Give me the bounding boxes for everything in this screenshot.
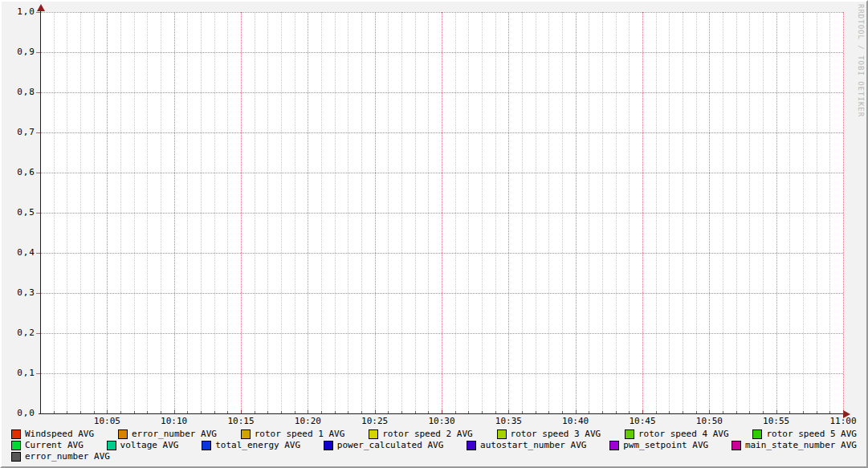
x-axis-tick xyxy=(201,411,202,413)
y-axis-tick-label: 0,0 xyxy=(6,409,35,418)
y-axis-tick xyxy=(36,132,40,133)
legend-item: error_number AVG xyxy=(11,452,110,462)
x-axis-tick xyxy=(375,410,376,413)
rrd-graph: 1,00,90,80,70,60,50,40,30,20,10,010:0510… xyxy=(0,0,868,468)
x-axis-tick xyxy=(589,411,589,413)
legend-label: rotor speed 2 AVG xyxy=(382,429,473,439)
x-axis-tick xyxy=(335,411,336,413)
legend-color-swatch-icon xyxy=(107,441,116,450)
x-axis-tick xyxy=(241,410,242,413)
legend-item: rotor speed 1 AVG xyxy=(241,429,345,439)
legend-item: rotor speed 4 AVG xyxy=(625,429,729,439)
legend-color-swatch-icon xyxy=(731,441,741,450)
x-axis-tick xyxy=(669,411,670,413)
x-axis-tick-label: 10:50 xyxy=(690,417,728,426)
x-axis-tick xyxy=(763,411,764,413)
x-axis-tick-label: 10:25 xyxy=(356,417,394,426)
x-axis-tick xyxy=(120,411,121,413)
x-axis-tick xyxy=(442,410,442,413)
y-axis-tick-label: 1,0 xyxy=(6,7,35,17)
y-axis-tick xyxy=(36,213,40,214)
major-horizontal-gridline xyxy=(40,92,843,93)
y-axis-tick xyxy=(36,173,40,173)
legend-label: rotor speed 3 AVG xyxy=(511,429,601,439)
legend-color-swatch-icon xyxy=(609,441,619,450)
x-axis-tick-label: 10:40 xyxy=(556,417,595,426)
legend-label: main_state_number AVG xyxy=(745,441,857,450)
x-axis-tick xyxy=(267,411,268,413)
x-axis-line xyxy=(39,413,845,414)
x-axis-tick-label: 11:00 xyxy=(824,417,862,426)
x-axis-tick xyxy=(147,411,148,413)
x-axis-tick-label: 10:10 xyxy=(155,417,194,426)
major-horizontal-gridline xyxy=(40,132,843,133)
legend-item: power_calculated AVG xyxy=(324,441,443,450)
x-axis-tick xyxy=(508,410,509,413)
y-axis-tick xyxy=(36,333,40,334)
legend-item: autostart_number AVG xyxy=(467,441,586,450)
x-axis-tick xyxy=(361,411,362,413)
y-axis-tick xyxy=(36,52,40,53)
x-axis-tick xyxy=(388,411,389,413)
legend-label: Windspeed AVG xyxy=(25,429,94,439)
x-axis-tick xyxy=(134,411,135,413)
x-axis-tick-label: 10:05 xyxy=(88,417,126,426)
y-axis-tick-label: 0,5 xyxy=(6,208,35,218)
y-axis-tick-label: 0,7 xyxy=(6,128,35,137)
x-axis-tick xyxy=(321,411,322,413)
y-axis-tick xyxy=(36,293,40,294)
watermark: RRDTOOL / TOBI OETIKER xyxy=(857,4,865,117)
y-axis-tick xyxy=(36,253,40,254)
x-axis-tick xyxy=(817,411,817,413)
legend-item: error_number AVG xyxy=(118,429,217,439)
legend-color-swatch-icon xyxy=(625,429,634,439)
x-axis-tick xyxy=(709,410,710,413)
x-axis-tick xyxy=(536,411,536,413)
x-axis-tick xyxy=(736,411,737,413)
legend-item: Windspeed AVG xyxy=(11,429,94,439)
x-axis-tick-label: 10:20 xyxy=(288,417,327,426)
y-axis-tick-label: 0,4 xyxy=(6,248,35,258)
x-axis-tick xyxy=(576,410,577,413)
x-axis-tick xyxy=(255,411,255,413)
legend-color-swatch-icon xyxy=(118,429,128,439)
x-axis-tick xyxy=(161,411,161,413)
legend-item: total_energy AVG xyxy=(202,441,300,450)
legend-color-swatch-icon xyxy=(11,429,21,439)
legend-label: rotor speed 5 AVG xyxy=(766,429,857,439)
legend-color-swatch-icon xyxy=(497,429,507,439)
x-axis-tick xyxy=(656,411,657,413)
legend-color-swatch-icon xyxy=(11,441,21,450)
x-axis-tick xyxy=(602,411,603,413)
x-axis-tick xyxy=(67,411,67,413)
x-axis-tick xyxy=(495,411,496,413)
legend-color-swatch-icon xyxy=(241,429,251,439)
legend-label: rotor speed 1 AVG xyxy=(255,429,345,439)
major-horizontal-gridline xyxy=(40,52,843,53)
major-horizontal-gridline xyxy=(40,373,843,374)
major-horizontal-gridline xyxy=(40,173,843,173)
legend-row: error_number AVG xyxy=(11,451,857,462)
x-axis-tick xyxy=(348,411,348,413)
x-axis-tick xyxy=(482,411,483,413)
y-axis-tick xyxy=(36,373,40,374)
major-horizontal-gridline xyxy=(40,333,843,334)
major-vertical-gridline xyxy=(843,12,844,413)
x-axis-tick xyxy=(723,411,723,413)
legend-color-swatch-icon xyxy=(369,429,378,439)
legend-item: rotor speed 3 AVG xyxy=(497,429,601,439)
legend-label: pwm_setpoint AVG xyxy=(623,441,708,450)
legend-color-swatch-icon xyxy=(752,429,762,439)
x-axis-tick xyxy=(803,411,804,413)
legend-label: Current AVG xyxy=(25,441,84,450)
x-axis-tick xyxy=(107,410,108,413)
legend-color-swatch-icon xyxy=(324,441,333,450)
y-axis-tick-label: 0,9 xyxy=(6,47,35,57)
y-axis-tick-label: 0,8 xyxy=(6,87,35,97)
y-axis-tick-label: 0,1 xyxy=(6,368,35,378)
x-axis-tick xyxy=(415,411,416,413)
x-axis-tick xyxy=(308,410,308,413)
major-horizontal-gridline xyxy=(40,12,843,13)
major-horizontal-gridline xyxy=(40,253,843,254)
legend-item: rotor speed 2 AVG xyxy=(369,429,473,439)
